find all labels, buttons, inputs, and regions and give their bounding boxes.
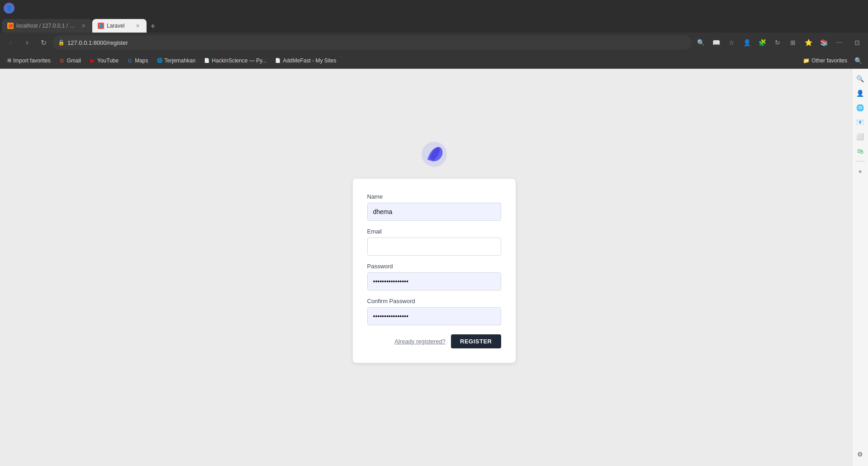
email-field-group: Email — [367, 228, 501, 256]
sidebar-translate-tool[interactable]: 🌐 — [854, 101, 867, 114]
search-favorites-button[interactable]: 🔍 — [852, 54, 864, 67]
nav-bar: ‹ › ↻ 🔒 127.0.0.1:8000/register 🔍 📖 ☆ 👤 … — [0, 33, 868, 52]
favorites-button[interactable]: ☆ — [724, 35, 739, 50]
bookmark-label-gmail: Gmail — [67, 57, 81, 64]
extensions-button[interactable]: 🧩 — [755, 35, 769, 50]
more-button[interactable]: ⋯ — [832, 35, 846, 50]
bookmark-label-addmefast: AddMeFast - My Sites — [283, 57, 336, 64]
sidebar-profile-tool[interactable]: 👤 — [854, 87, 867, 100]
sidebar-office-tool[interactable]: ⬜ — [854, 130, 867, 143]
search-button[interactable]: 🔍 — [693, 35, 708, 50]
bookmark-label-hackin: HackinScience — Py... — [212, 57, 266, 64]
bookmarks-bar: ⊞ Import favorites G Gmail ▶ YouTube G M… — [0, 52, 868, 69]
sidebar-toggle[interactable]: ⊡ — [850, 35, 864, 50]
profile-button[interactable]: 👤 — [740, 35, 754, 50]
password-label: Password — [367, 263, 501, 270]
profile-avatar[interactable]: 👤 — [4, 3, 14, 14]
confirm-password-label: Confirm Password — [367, 298, 501, 304]
new-tab-button[interactable]: + — [147, 20, 159, 33]
sidebar-bottom: ⚙ — [854, 448, 867, 462]
maps-icon: G — [127, 57, 133, 64]
lock-icon: 🔒 — [58, 39, 65, 46]
bookmark-label-terjemahkan: Terjemahkan — [165, 57, 196, 64]
browser-window: 👤 🔴 localhost / 127.0.0.1 / edu | php...… — [0, 0, 868, 466]
tab-close-1[interactable]: ✕ — [80, 22, 87, 29]
starred-button[interactable]: ⭐ — [801, 35, 816, 50]
register-button[interactable]: REGISTER — [451, 334, 501, 348]
name-input[interactable] — [367, 203, 501, 221]
password-field-group: Password — [367, 263, 501, 290]
email-label: Email — [367, 228, 501, 235]
password-input[interactable] — [367, 272, 501, 290]
form-wrapper: Name Email Password Confirm Password — [353, 172, 516, 363]
address-bar[interactable]: 🔒 127.0.0.1:8000/register — [52, 35, 692, 50]
confirm-password-field-group: Confirm Password — [367, 298, 501, 325]
hackin-icon: 📄 — [204, 57, 210, 64]
gmail-icon: G — [59, 57, 65, 64]
bookmark-label-youtube: YouTube — [97, 57, 119, 64]
logo-area — [421, 141, 448, 168]
sidebar-outlook-tool[interactable]: 📧 — [854, 116, 867, 128]
youtube-icon: ▶ — [89, 57, 95, 64]
import-icon: ⊞ — [7, 57, 11, 63]
page-content: Name Email Password Confirm Password — [0, 69, 868, 466]
folder-icon: 📁 — [803, 57, 810, 64]
email-input[interactable] — [367, 238, 501, 256]
forward-button[interactable]: › — [20, 35, 34, 50]
sidebar-add-tool[interactable]: + — [854, 165, 867, 178]
name-label: Name — [367, 193, 501, 200]
collections-button[interactable]: 📚 — [816, 35, 831, 50]
tab-title-1: localhost / 127.0.0.1 / edu | php... — [16, 23, 77, 29]
read-aloud-button[interactable]: 📖 — [709, 35, 723, 50]
tab-phpmyadmin[interactable]: 🔴 localhost / 127.0.0.1 / edu | php... ✕ — [2, 19, 92, 33]
bookmark-youtube[interactable]: ▶ YouTube — [85, 55, 122, 67]
bookmark-label-maps: Maps — [135, 57, 148, 64]
bookmark-addmefast[interactable]: 📄 AddMeFast - My Sites — [271, 55, 340, 67]
tab-favicon-1: 🔴 — [7, 23, 14, 29]
addmefast-icon: 📄 — [275, 57, 281, 64]
sidebar-shopping-tool[interactable]: 🛍 — [854, 145, 867, 157]
right-sidebar: 🔍 👤 🌐 📧 ⬜ 🛍 + ⚙ — [852, 69, 868, 466]
tab-title-2: Laravel — [107, 23, 131, 29]
translate-icon: 🌐 — [157, 57, 163, 64]
bookmark-gmail[interactable]: G Gmail — [55, 55, 85, 67]
bookmark-import-favorites[interactable]: ⊞ Import favorites — [4, 55, 54, 67]
back-button[interactable]: ‹ — [4, 35, 18, 50]
nav-tools: 🔍 📖 ☆ 👤 🧩 ↻ ⊞ ⭐ 📚 ⋯ — [693, 35, 846, 50]
tab-manager-button[interactable]: ⊞ — [786, 35, 800, 50]
refresh-nav-button[interactable]: ↻ — [770, 35, 785, 50]
already-registered-link[interactable]: Already registered? — [394, 338, 446, 345]
address-text: 127.0.0.1:8000/register — [67, 39, 686, 46]
refresh-button[interactable]: ↻ — [36, 35, 51, 50]
bookmark-maps[interactable]: G Maps — [123, 55, 152, 67]
other-favorites-label: Other favorites — [811, 57, 847, 64]
form-actions: Already registered? REGISTER — [367, 334, 501, 348]
tab-close-2[interactable]: ✕ — [134, 22, 141, 29]
title-bar: 👤 — [0, 0, 868, 16]
tab-laravel[interactable]: 🔷 Laravel ✕ — [92, 19, 147, 33]
register-form: Name Email Password Confirm Password — [353, 179, 516, 363]
confirm-password-input[interactable] — [367, 307, 501, 325]
tab-favicon-2: 🔷 — [98, 23, 104, 29]
laravel-logo — [421, 141, 448, 168]
bookmark-terjemahkan[interactable]: 🌐 Terjemahkan — [153, 55, 199, 67]
sidebar-search-tool[interactable]: 🔍 — [854, 72, 867, 85]
other-favorites[interactable]: 📁 Other favorites — [799, 55, 851, 67]
bookmark-label-import: Import favorites — [13, 57, 51, 64]
tabs-bar: 🔴 localhost / 127.0.0.1 / edu | php... ✕… — [0, 16, 868, 33]
bookmark-hackinscience[interactable]: 📄 HackinScience — Py... — [200, 55, 270, 67]
sidebar-divider — [856, 161, 865, 162]
sidebar-settings-tool[interactable]: ⚙ — [854, 448, 867, 461]
name-field-group: Name — [367, 193, 501, 221]
